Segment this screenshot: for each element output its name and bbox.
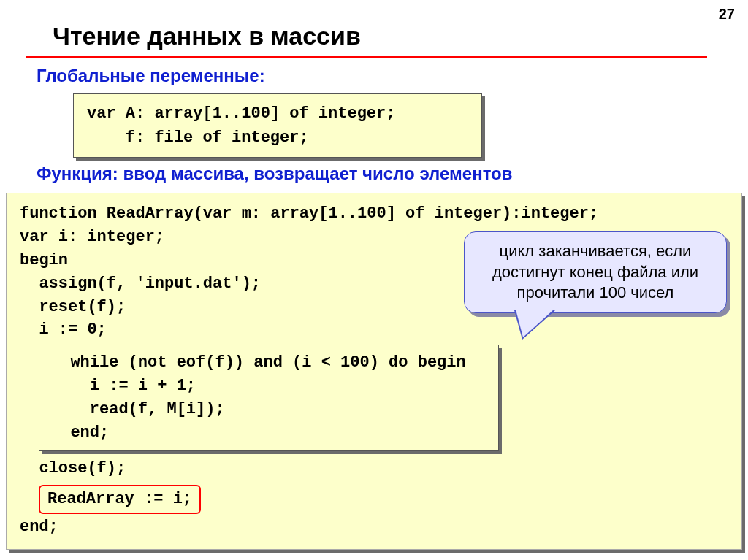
- close-line: close(f);: [20, 457, 728, 480]
- page-number: 27: [719, 6, 735, 23]
- callout: цикл заканчивается, если достигнут конец…: [464, 231, 727, 313]
- subheading-globals: Глобальные переменные:: [37, 66, 748, 86]
- callout-tail: [516, 310, 554, 337]
- end-line: end;: [20, 515, 728, 539]
- result-line: ReadArray := i;: [39, 485, 201, 514]
- while-block: while (not eof(f)) and (i < 100) do begi…: [39, 345, 499, 451]
- globals-codebox: var A: array[1..100] of integer; f: file…: [73, 93, 482, 158]
- subheading-function: Функция: ввод массива, возвращает число …: [37, 164, 748, 184]
- page-title: Чтение данных в массив: [26, 0, 707, 58]
- function-codebox: function ReadArray(var m: array[1..100] …: [6, 193, 742, 550]
- callout-text: цикл заканчивается, если достигнут конец…: [492, 242, 698, 302]
